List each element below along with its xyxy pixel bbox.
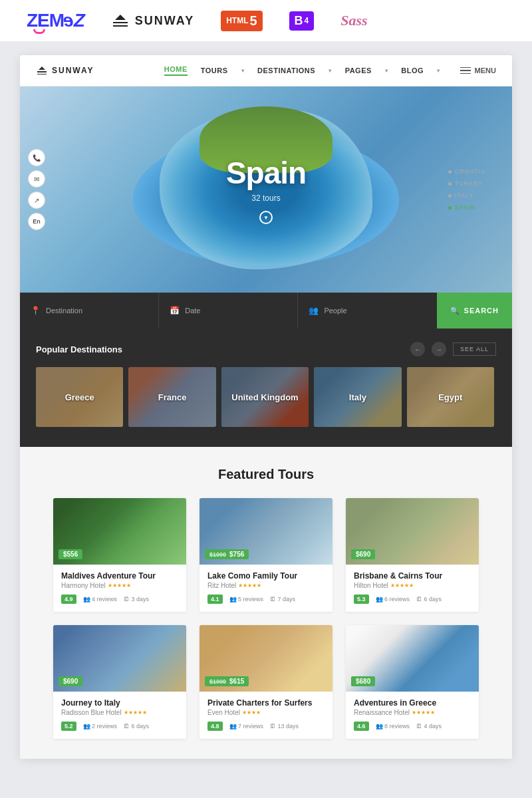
destinations-header: Popular Destinations ← → SEE ALL — [36, 342, 496, 356]
search-icon: 🔍 — [450, 307, 460, 315]
calendar-icon: 📅 — [170, 306, 180, 315]
rating-greece: 4.6 — [354, 722, 369, 731]
italy-overlay: Italy — [314, 367, 401, 427]
tour-meta-surfers: 4.8 👥 7 reviews 🗓 13 days — [207, 722, 325, 731]
tour-meta-lake: 4.1 👥 5 reviews 🗓 7 days — [207, 595, 325, 604]
top-bar: ZEMeZ SUNWAY HTML5 B4 Sass — [0, 0, 532, 42]
hero-subtitle: 32 tours — [226, 194, 306, 203]
greece-overlay: Greece — [36, 367, 123, 427]
tour-meta-brisbane: 5.3 👥 6 reviews 🗓 6 days — [354, 595, 471, 604]
people-icon: 👥 — [309, 306, 319, 315]
sunway-nav-icon — [36, 65, 48, 76]
see-all-button[interactable]: SEE ALL — [453, 342, 496, 356]
tour-info-greece: Adventures in Greece Renaissance Hotel ★… — [346, 692, 479, 739]
scroll-indicator[interactable] — [259, 211, 273, 224]
search-label: SEARCH — [464, 307, 499, 315]
tour-img-lake: $1000 $756 — [200, 498, 332, 565]
tour-meta-greece: 4.6 👥 8 reviews 🗓 4 days — [354, 722, 471, 731]
uk-overlay: United Kingdom — [221, 367, 309, 427]
site-preview: SUNWAY HOME TOURS ▾ DESTINATIONS ▾ PAGES… — [20, 55, 512, 759]
tour-name-maldives: Maldives Adventure Tour — [61, 571, 178, 581]
search-button[interactable]: 🔍 SEARCH — [437, 293, 512, 329]
tour-card-brisbane[interactable]: $690 Brisbane & Cairns Tour Hilton Hotel… — [346, 498, 479, 612]
tour-card-maldives[interactable]: $556 Maldives Adventure Tour Harmony Hot… — [53, 498, 186, 612]
next-arrow[interactable]: → — [432, 342, 446, 356]
tour-name-greece: Adventures in Greece — [354, 698, 471, 708]
share-icon[interactable]: ↗ — [28, 192, 45, 209]
tour-card-greece[interactable]: $680 Adventures in Greece Renaissance Ho… — [346, 625, 479, 739]
price-italy: $690 — [59, 676, 82, 686]
reviews-maldives: 👥 4 reviews — [83, 596, 118, 602]
france-label: France — [158, 392, 187, 402]
nav-logo[interactable]: SUNWAY — [36, 65, 94, 76]
mail-icon[interactable]: ✉ — [28, 170, 45, 188]
tour-card-italy[interactable]: $690 Journey to Italy Radisson Blue Hote… — [53, 625, 186, 739]
reviews-lake: 👥 5 reviews — [229, 596, 264, 602]
search-bar: 📍 Destination 📅 Date 👥 People 🔍 SEARCH — [20, 293, 512, 329]
price-greece: $680 — [351, 676, 375, 686]
rating-surfers: 4.8 — [207, 722, 223, 731]
hero-content: Spain 32 tours — [226, 155, 306, 224]
nav-home[interactable]: HOME — [164, 65, 188, 76]
rating-lake: 4.1 — [207, 595, 223, 604]
tour-card-surfers[interactable]: $1000 $615 Private Charters for Surfers … — [200, 625, 332, 739]
tour-info-brisbane: Brisbane & Cairns Tour Hilton Hotel ★★★★… — [346, 565, 479, 612]
rating-maldives: 4.9 — [61, 595, 76, 604]
france-overlay: France — [128, 367, 215, 427]
tour-meta-maldives: 4.9 👥 4 reviews 🗓 3 days — [61, 595, 178, 604]
sunway-logo-top[interactable]: SUNWAY — [111, 11, 194, 30]
location-icon: 📍 — [31, 306, 41, 315]
crumb-croatia[interactable]: CROATIA — [448, 168, 485, 175]
uk-label: United Kingdom — [231, 392, 298, 402]
tour-img-surfers: $1000 $615 — [200, 625, 332, 692]
tour-card-lake[interactable]: $1000 $756 Lake Como Family Tour Ritz Ho… — [200, 498, 332, 612]
egypt-label: Egypt — [438, 392, 462, 402]
tour-info-italy: Journey to Italy Radisson Blue Hotel ★★★… — [53, 692, 186, 739]
nav-destinations[interactable]: DESTINATIONS — [257, 66, 315, 74]
tour-hotel-maldives: Harmony Hotel ★★★★★ — [61, 582, 178, 589]
zemes-logo[interactable]: ZEMeZ — [27, 10, 84, 31]
nav: SUNWAY HOME TOURS ▾ DESTINATIONS ▾ PAGES… — [20, 55, 512, 86]
lang-icon[interactable]: En — [28, 213, 45, 230]
nav-menu[interactable]: MENU — [460, 66, 496, 74]
tour-hotel-greece: Renaissance Hotel ★★★★★ — [354, 709, 471, 716]
nav-pages[interactable]: PAGES — [345, 66, 372, 74]
nav-links: HOME TOURS ▾ DESTINATIONS ▾ PAGES ▾ BLOG… — [164, 65, 440, 76]
side-icons: 📞 ✉ ↗ En — [28, 149, 45, 230]
phone-icon[interactable]: 📞 — [28, 149, 45, 166]
sunway-text: SUNWAY — [135, 14, 194, 28]
crumb-spain[interactable]: SPAIN — [448, 204, 485, 211]
reviews-italy: 👥 2 reviews — [83, 723, 118, 730]
tour-info-maldives: Maldives Adventure Tour Harmony Hotel ★★… — [53, 565, 186, 612]
dest-card-egypt[interactable]: Egypt — [407, 367, 494, 427]
destination-field[interactable]: 📍 Destination — [20, 293, 159, 329]
sunway-icon — [111, 11, 130, 30]
tour-hotel-brisbane: Hilton Hotel ★★★★★ — [354, 582, 471, 589]
hamburger-icon — [460, 67, 471, 74]
tour-img-italy: $690 — [53, 625, 186, 692]
bootstrap-badge: B4 — [289, 11, 315, 31]
date-field[interactable]: 📅 Date — [159, 293, 298, 329]
days-maldives: 🗓 3 days — [124, 596, 149, 602]
featured-title: Featured Tours — [53, 467, 479, 482]
html5-badge: HTML5 — [221, 11, 262, 31]
crumb-turkey[interactable]: TURKEY — [448, 180, 485, 187]
tour-name-brisbane: Brisbane & Cairns Tour — [354, 571, 471, 581]
dest-card-italy[interactable]: Italy — [314, 367, 401, 427]
hero-section: 📞 ✉ ↗ En Spain 32 tours CROATIA TURKEY I… — [20, 86, 512, 293]
prev-arrow[interactable]: ← — [410, 342, 425, 356]
dest-card-greece[interactable]: Greece — [36, 367, 123, 427]
tour-hotel-italy: Radisson Blue Hotel ★★★★★ — [61, 709, 178, 716]
dest-card-uk[interactable]: United Kingdom — [221, 367, 309, 427]
dest-card-france[interactable]: France — [128, 367, 215, 427]
destination-placeholder: Destination — [46, 307, 82, 315]
nav-blog[interactable]: BLOG — [401, 66, 424, 74]
days-greece: 🗓 4 days — [416, 723, 442, 730]
crumb-italy[interactable]: ITALY — [448, 192, 485, 199]
rating-brisbane: 5.3 — [354, 595, 369, 604]
tour-info-surfers: Private Charters for Surfers Even Hotel … — [200, 692, 332, 739]
days-surfers: 🗓 13 days — [270, 723, 299, 730]
nav-tours[interactable]: TOURS — [201, 66, 228, 74]
featured-section: Featured Tours $556 Maldives Adventure T… — [20, 447, 512, 759]
people-field[interactable]: 👥 People — [298, 293, 436, 329]
